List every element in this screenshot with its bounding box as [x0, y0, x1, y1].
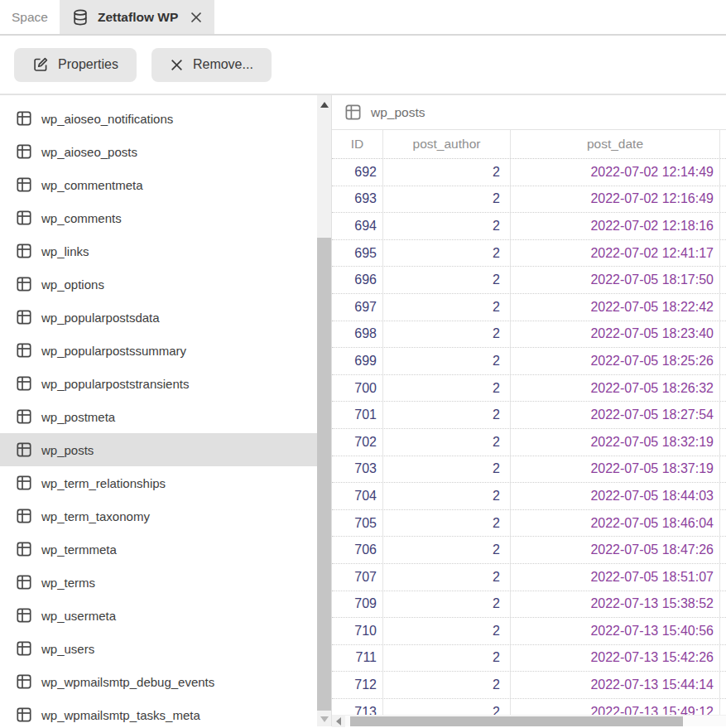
cell-post-author: 2	[383, 537, 511, 563]
sidebar-item-label: wp_popularpoststransients	[41, 377, 189, 391]
table-icon	[17, 243, 31, 258]
table-panel-header: wp_posts	[332, 95, 726, 130]
cell-filler	[720, 645, 726, 672]
scroll-down-icon[interactable]	[320, 716, 329, 722]
sidebar-item-wp_popularpostsdata[interactable]: wp_popularpostsdata	[0, 301, 317, 334]
table-row[interactable]: 694 2 2022-07-02 12:18:16	[332, 213, 726, 240]
cell-filler	[720, 564, 726, 591]
cell-id: 696	[332, 267, 383, 293]
table-row[interactable]: 710 2 2022-07-13 15:40:56	[332, 618, 726, 645]
table-row[interactable]: 705 2 2022-07-05 18:46:04	[332, 510, 726, 538]
cell-post-date: 2022-07-13 15:42:26	[511, 645, 720, 672]
cell-filler	[720, 402, 726, 428]
cell-filler	[720, 267, 726, 293]
cell-post-author: 2	[383, 321, 511, 348]
table-row[interactable]: 700 2 2022-07-05 18:26:32	[332, 375, 726, 403]
column-header-post-date[interactable]: post_date	[511, 130, 720, 158]
table-row[interactable]: 695 2 2022-07-02 12:41:17	[332, 240, 726, 268]
sidebar-item-wp_termmeta[interactable]: wp_termmeta	[0, 533, 317, 566]
table-row[interactable]: 707 2 2022-07-05 18:51:07	[332, 564, 726, 591]
table-row[interactable]: 696 2 2022-07-05 18:17:50	[332, 267, 726, 294]
sidebar-item-label: wp_comments	[41, 211, 122, 225]
space-nav[interactable]: Space	[0, 0, 60, 34]
table-row[interactable]: 713 2 2022-07-13 15:49:12	[332, 699, 726, 715]
cell-post-date: 2022-07-05 18:37:19	[511, 456, 720, 483]
edit-icon	[32, 56, 49, 73]
table-row[interactable]: 712 2 2022-07-13 15:44:14	[332, 672, 726, 699]
sidebar-item-wp_wpmailsmtp_debug_events[interactable]: wp_wpmailsmtp_debug_events	[0, 665, 317, 698]
sidebar-item-wp_term_taxonomy[interactable]: wp_term_taxonomy	[0, 499, 317, 533]
cell-filler	[720, 348, 726, 374]
sidebar-item-label: wp_options	[41, 277, 104, 292]
sidebar-item-label: wp_posts	[41, 443, 94, 457]
sidebar-item-wp_options[interactable]: wp_options	[0, 268, 317, 301]
table-list: wp_aioseo_notifications wp_aioseo_posts …	[0, 95, 317, 726]
table-row[interactable]: 702 2 2022-07-05 18:32:19	[332, 429, 726, 456]
column-header-post-author[interactable]: post_author	[383, 130, 511, 158]
cell-post-author: 2	[383, 645, 511, 672]
scroll-up-icon[interactable]	[320, 102, 329, 108]
sidebar-vertical-scrollbar[interactable]	[317, 95, 331, 726]
cell-post-date: 2022-07-13 15:44:14	[511, 672, 720, 698]
cell-filler	[720, 456, 726, 483]
sidebar-item-wp_links[interactable]: wp_links	[0, 234, 317, 268]
table-row[interactable]: 693 2 2022-07-02 12:16:49	[332, 186, 726, 214]
cell-id: 700	[332, 375, 383, 402]
table-row[interactable]: 697 2 2022-07-05 18:22:42	[332, 294, 726, 321]
table-icon	[17, 707, 31, 722]
table-icon	[345, 104, 361, 120]
sidebar-item-wp_posts[interactable]: wp_posts	[0, 433, 317, 466]
cell-post-author: 2	[383, 564, 511, 591]
sidebar-item-wp_terms[interactable]: wp_terms	[0, 566, 317, 599]
cell-id: 705	[332, 510, 383, 537]
properties-button[interactable]: Properties	[14, 48, 137, 82]
table-row[interactable]: 692 2 2022-07-02 12:14:49	[332, 159, 726, 186]
sidebar-item-wp_aioseo_notifications[interactable]: wp_aioseo_notifications	[0, 102, 317, 135]
scroll-left-button[interactable]	[332, 716, 345, 727]
sidebar-item-wp_popularpoststransients[interactable]: wp_popularpoststransients	[0, 367, 317, 400]
cell-post-date: 2022-07-05 18:51:07	[511, 564, 720, 591]
sidebar-item-wp_aioseo_posts[interactable]: wp_aioseo_posts	[0, 135, 317, 168]
cell-id: 692	[332, 159, 383, 186]
cell-id: 710	[332, 618, 383, 644]
cell-id: 693	[332, 186, 383, 213]
cell-id: 704	[332, 483, 383, 509]
sidebar-scrollbar-thumb[interactable]	[317, 238, 331, 711]
table-icon	[17, 674, 31, 689]
sidebar-item-wp_term_relationships[interactable]: wp_term_relationships	[0, 466, 317, 499]
column-header-id[interactable]: ID	[332, 130, 383, 158]
tab-zettaflow-wp[interactable]: Zettaflow WP	[60, 0, 214, 34]
cell-filler	[720, 537, 726, 563]
table-icon	[17, 475, 31, 490]
cell-filler	[720, 294, 726, 321]
table-icon	[17, 376, 31, 391]
sidebar-item-wp_commentmeta[interactable]: wp_commentmeta	[0, 168, 317, 201]
sidebar-item-wp_wpmailsmtp_tasks_meta[interactable]: wp_wpmailsmtp_tasks_meta	[0, 698, 317, 726]
table-row[interactable]: 701 2 2022-07-05 18:27:54	[332, 402, 726, 429]
cell-id: 712	[332, 672, 383, 698]
table-row[interactable]: 711 2 2022-07-13 15:42:26	[332, 645, 726, 673]
cell-post-date: 2022-07-02 12:18:16	[511, 213, 720, 239]
table-horizontal-scrollbar[interactable]	[332, 715, 726, 726]
sidebar-item-wp_usermeta[interactable]: wp_usermeta	[0, 599, 317, 632]
close-icon[interactable]	[190, 11, 203, 24]
cell-filler	[720, 618, 726, 644]
cell-id: 709	[332, 591, 383, 618]
table-scrollbar-thumb[interactable]	[350, 716, 683, 726]
table-row[interactable]: 703 2 2022-07-05 18:37:19	[332, 456, 726, 484]
sidebar-item-wp_users[interactable]: wp_users	[0, 632, 317, 665]
sidebar-item-wp_postmeta[interactable]: wp_postmeta	[0, 400, 317, 433]
sidebar-item-wp_comments[interactable]: wp_comments	[0, 201, 317, 234]
cell-post-author: 2	[383, 213, 511, 239]
table-icon	[17, 509, 31, 523]
table-row[interactable]: 704 2 2022-07-05 18:44:03	[332, 483, 726, 510]
toolbar: Properties Remove...	[0, 36, 726, 95]
table-row[interactable]: 706 2 2022-07-05 18:47:26	[332, 537, 726, 564]
sidebar-item-wp_popularpostssummary[interactable]: wp_popularpostssummary	[0, 334, 317, 367]
table-icon	[17, 608, 31, 623]
table-row[interactable]: 698 2 2022-07-05 18:23:40	[332, 321, 726, 349]
table-row[interactable]: 699 2 2022-07-05 18:25:26	[332, 348, 726, 375]
cell-id: 711	[332, 645, 383, 672]
remove-button[interactable]: Remove...	[151, 48, 272, 82]
table-row[interactable]: 709 2 2022-07-13 15:38:52	[332, 591, 726, 619]
